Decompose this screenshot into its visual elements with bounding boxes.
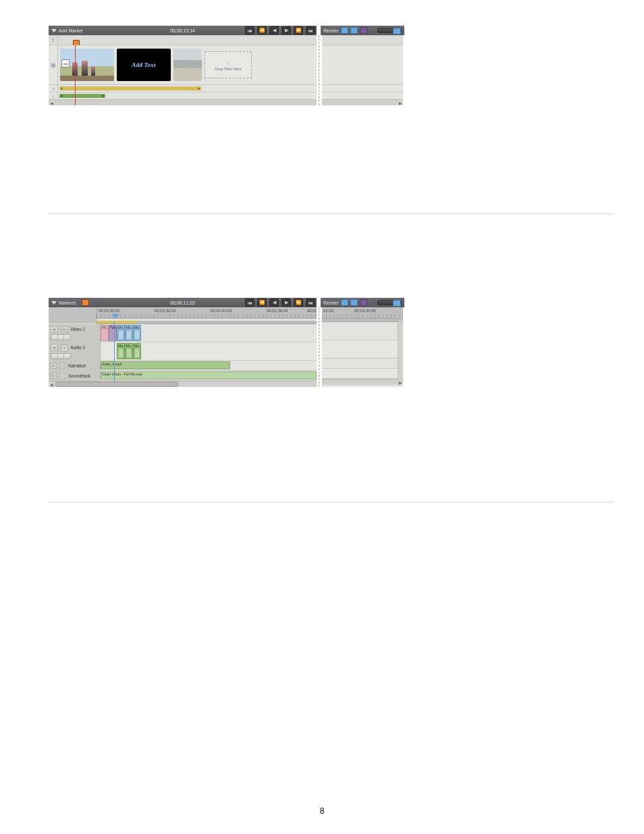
soundtrack-lane[interactable]: Clean Vision - Full Mix.wav (101, 371, 317, 380)
audio-clip[interactable]: Clean Vision - Full Mix.wav (101, 371, 317, 380)
audio-clip[interactable]: Audio_1.mp3 (101, 361, 230, 369)
soundtrack-clip[interactable] (59, 94, 105, 98)
timeline-pane: 00;00;00;00 00;00;32;00 00;01;04;02 00;0… (49, 307, 317, 387)
render-label[interactable]: Render (323, 301, 339, 305)
expert-timeline: Markers: 00;00;11;03 ⏮ ⏪ ◀ ▶ ⏩ ⏭ Re (49, 298, 403, 387)
zoom-slider[interactable] (377, 28, 402, 33)
audio-clip[interactable]: Mo... (125, 343, 133, 359)
render-toolbar: Render (321, 26, 404, 35)
audio-icon: ♫ (51, 94, 55, 99)
track-collapse-button[interactable]: ▾ (51, 344, 58, 351)
narration-track[interactable]: ♫ (49, 84, 317, 92)
scroll-left-button[interactable]: ◀ (49, 382, 54, 387)
download-icon: ↓ (227, 59, 230, 66)
storyboard-pane-right: ▶ (322, 35, 403, 105)
page-number: 8 (0, 806, 644, 816)
render-effects-button[interactable] (360, 27, 367, 34)
render-toolbar: Render (321, 298, 404, 307)
ruler-tick: 00;01;36;02 (267, 309, 288, 313)
track-narration: ▸ ♪ Narration Audio_1.mp3 (49, 361, 317, 371)
audio-icon: ♫ (51, 86, 55, 91)
audio-clip[interactable]: Mo... (133, 343, 141, 359)
ruler-tick: 00;00;00;00 (99, 309, 120, 313)
track-soundtrack: ▸ ♪ Soundtrack Clean Vision - Full Mix.w… (49, 371, 317, 381)
video-clip[interactable]: Title (109, 325, 117, 341)
zoom-slider[interactable] (377, 300, 402, 305)
scene-track-icon: ▦ (51, 62, 56, 68)
ruler-tick: 00;00;32;00 (155, 309, 176, 313)
render-wab-button[interactable] (341, 27, 348, 34)
titles-track-icon: T (51, 37, 55, 43)
timeline-pane-right: 12;06 00;03;44;08 ▶ (322, 307, 403, 387)
audio-clip[interactable]: Mo... (117, 343, 125, 359)
video-lane[interactable]: FX... Title Mo... Mo... Mo... (101, 324, 317, 342)
track-audio-1: ▾ ♪ Audio 1 Mo... Mo... Mo... (49, 342, 317, 361)
scroll-left-button[interactable]: ◀ (49, 100, 54, 105)
track-visibility-button[interactable]: ▭ (61, 325, 68, 333)
narration-lane[interactable]: Audio_1.mp3 (101, 361, 317, 370)
render-effects-button[interactable] (360, 299, 367, 306)
track-collapse-button[interactable]: ▸ (51, 363, 57, 369)
ruler-tick: 00;03;44;08 (354, 309, 376, 313)
drop-files-label: Drop Files Here (215, 67, 242, 71)
track-video-1: ▾ ▭ Video 1 FX... Title Mo... Mo... Mo..… (49, 324, 317, 342)
track-name: Narration (68, 363, 86, 368)
time-ruler[interactable]: 00;00;00;00 00;00;32;00 00;01;04;02 00;0… (97, 307, 317, 319)
titles-track[interactable]: T (49, 35, 317, 45)
add-text-label: Add Text (132, 61, 155, 68)
track-mute-button[interactable]: ♪ (59, 363, 65, 369)
video-clip[interactable]: Mo... (125, 325, 133, 341)
ruler-tick: 12;06 (323, 309, 333, 313)
track-options-buttons[interactable] (51, 353, 71, 359)
scroll-right-button[interactable]: ▶ (398, 100, 403, 105)
timecode-display: 00;00;13;14 (49, 28, 317, 33)
render-all-button[interactable] (350, 27, 358, 34)
track-name: Audio 1 (70, 345, 85, 350)
vertical-scrollbar[interactable] (398, 321, 403, 382)
narration-clip[interactable] (59, 86, 201, 90)
timeline-scrollbar[interactable]: ◀ (49, 381, 317, 387)
track-mute-button[interactable]: ♪ (61, 344, 68, 352)
track-options-buttons[interactable] (51, 334, 71, 340)
clip-transition-icon[interactable]: ⋈ (61, 59, 70, 68)
render-all-button[interactable] (350, 299, 358, 306)
soundtrack-track[interactable]: ♫ (49, 92, 317, 99)
render-label[interactable]: Render (323, 28, 339, 33)
timeline-scrollbar[interactable]: ◀ (49, 99, 317, 105)
video-clip[interactable]: Mo... (133, 325, 141, 341)
track-collapse-button[interactable]: ▸ (51, 373, 57, 379)
render-wab-button[interactable] (341, 299, 348, 306)
track-name: Soundtrack (68, 373, 90, 378)
track-name: Video 1 (70, 327, 85, 332)
video-clip[interactable]: FX... (101, 325, 109, 341)
clip-thumbnail[interactable] (173, 49, 202, 81)
ruler-tick: 00;01;04;02 (211, 309, 232, 313)
clip-thumbnail[interactable]: ⋈ (60, 49, 114, 81)
track-collapse-button[interactable]: ▾ (51, 325, 58, 333)
scrollbar-thumb[interactable] (55, 382, 178, 387)
quickview-timeline: Add Marker 00;00;13;14 ⏮ ⏪ ◀ ▶ ⏩ ⏭ Rend (49, 26, 403, 105)
timecode-display: 00;00;11;03 (49, 301, 317, 305)
audio-lane[interactable]: Mo... Mo... Mo... (101, 342, 317, 360)
track-mute-button[interactable]: ♪ (59, 373, 65, 379)
video-clip[interactable]: Mo... (117, 325, 125, 341)
title-clip-thumbnail[interactable]: Add Text (117, 49, 171, 81)
drop-files-target[interactable]: ↓ Drop Files Here (205, 51, 252, 78)
scene-track[interactable]: ▦ ⋈ Add Text ↓ D (49, 45, 317, 84)
time-ruler[interactable]: 12;06 00;03;44;08 (322, 307, 403, 319)
storyboard-pane: T ▦ ⋈ Add Text (49, 35, 317, 105)
